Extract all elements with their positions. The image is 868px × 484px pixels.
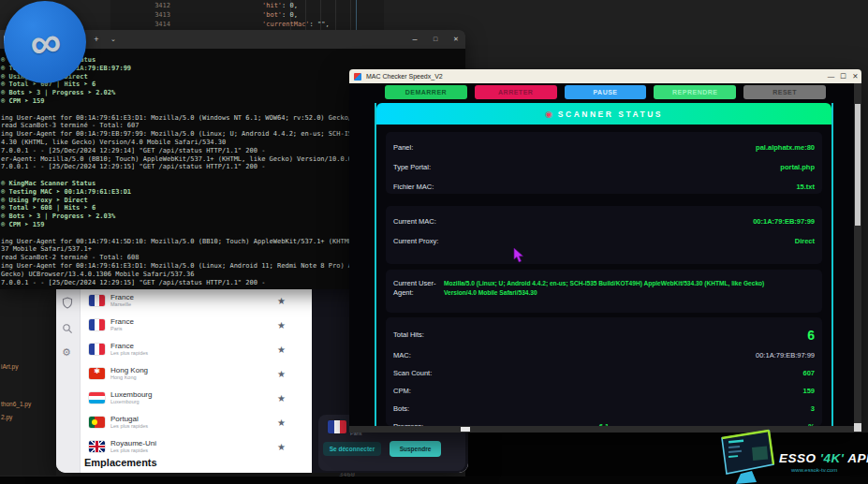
suspend-button[interactable]: Suspendre xyxy=(390,441,441,457)
server-row[interactable]: LuxembourgLuxembourg ★ xyxy=(81,386,312,410)
favorite-star-icon[interactable]: ★ xyxy=(277,393,286,403)
portal-value: portal.php xyxy=(780,163,815,171)
current-proxy-value: Direct xyxy=(795,237,815,245)
server-row[interactable]: PortugalLes plus rapides ★ xyxy=(81,410,312,434)
favorite-star-icon[interactable]: ★ xyxy=(277,345,286,355)
mac-titlebar: MAC Checker Speedx_V2 — ☐ ✕ xyxy=(349,69,861,83)
gear-icon[interactable]: ⚙ xyxy=(62,346,71,359)
total-hits-value: 6 xyxy=(807,328,815,343)
locations-heading: Emplacements xyxy=(84,457,157,468)
flag-france-icon xyxy=(89,344,105,355)
window-title: MAC Checker Speedx_V2 xyxy=(366,73,825,80)
favorite-star-icon[interactable]: ★ xyxy=(277,296,286,306)
server-row[interactable]: Royaume-UniLes plus rapides ★ xyxy=(81,434,312,459)
favorite-star-icon[interactable]: ★ xyxy=(277,442,286,452)
vpn-server-list: FranceMarseille ★ FranceParis ★ FranceLe… xyxy=(81,281,312,473)
brand-logo: ∞ xyxy=(4,1,86,83)
pause-button[interactable]: PAUSE xyxy=(565,85,647,99)
flag-luxembourg-icon xyxy=(89,392,105,403)
user-agent-box: Current User-Agent: Mozilla/5.0 (Linux; … xyxy=(386,270,822,313)
infinity-icon: ∞ xyxy=(26,15,64,69)
mac-value: 00:1A:79:EB:97:99 xyxy=(756,351,815,359)
chevron-down-icon[interactable]: ⌄ xyxy=(107,30,120,49)
code-line: 3413 'bot': 0, xyxy=(110,10,384,20)
scrollbar-thumb[interactable] xyxy=(461,427,470,432)
code-line: 3414 'currentMac': "", xyxy=(110,20,384,29)
close-button[interactable]: ✕ xyxy=(449,30,463,49)
search-icon[interactable] xyxy=(62,323,73,334)
config-box: Panel:pal.alphatx.me:80 Type Portal:port… xyxy=(386,132,822,194)
server-row[interactable]: FranceParis ★ xyxy=(81,313,312,337)
scrollbar-thumb[interactable] xyxy=(855,104,861,226)
new-tab-button[interactable]: + xyxy=(90,30,103,49)
cpm-value: 159 xyxy=(802,387,815,395)
maximize-button[interactable]: ☐ xyxy=(837,72,849,81)
flag-france-icon xyxy=(89,295,105,306)
file-name-fragment: 2.py xyxy=(1,414,12,420)
server-row[interactable]: Hong KongHong Kong ★ xyxy=(81,361,312,386)
desktop: 3412 'hit': 0, 3413 'bot': 0, 3414 'curr… xyxy=(0,0,868,484)
flag-hongkong-icon xyxy=(89,368,105,379)
mouse-cursor xyxy=(513,247,525,264)
monitor-icon xyxy=(714,427,780,484)
minimize-button[interactable]: – xyxy=(408,30,421,49)
close-button[interactable]: ✕ xyxy=(849,72,861,81)
favorite-star-icon[interactable]: ★ xyxy=(277,320,286,330)
flag-france-icon xyxy=(328,420,346,433)
server-row[interactable]: FranceMarseille ★ xyxy=(81,288,312,313)
flag-france-icon xyxy=(89,319,105,330)
scanner-status-header: ◉ SCANNER STATUS xyxy=(376,103,831,125)
mac-checker-window: MAC Checker Speedx_V2 — ☐ ✕ DEMARRER ARR… xyxy=(349,69,861,433)
favorite-star-icon[interactable]: ★ xyxy=(277,418,286,428)
file-name-fragment: thon6_1.py xyxy=(1,401,31,407)
reset-button[interactable]: RESET xyxy=(743,85,826,99)
file-name-fragment: iArt.py xyxy=(1,363,18,370)
flag-uk-icon xyxy=(89,441,105,452)
stats-box: Total Hits:6 MAC:00:1A:79:EB:97:99 Scan … xyxy=(386,317,822,426)
mac-file-value: 15.txt xyxy=(796,183,815,191)
panel-value: pal.alphatx.me:80 xyxy=(756,143,815,152)
resume-button[interactable]: REPRENDRE xyxy=(654,85,736,99)
control-buttons-row: DEMARRER ARRETER PAUSE REPRENDRE RESET xyxy=(385,85,826,99)
vertical-scrollbar[interactable] xyxy=(854,83,861,433)
esso-branding: ESSO '4K' APPS www.essok-tv.com xyxy=(707,421,868,484)
code-line: 3412 'hit': 0, xyxy=(110,1,384,10)
flag-portugal-icon xyxy=(89,417,105,428)
current-mac-value: 00:1A:79:EB:97:99 xyxy=(753,217,815,226)
current-box: Current MAC:00:1A:79:EB:97:99 Current Pr… xyxy=(386,206,822,264)
esso-title: ESSO '4K' APPS xyxy=(779,451,868,465)
window-icon xyxy=(354,73,361,81)
esso-url: www.essok-tv.com xyxy=(791,467,837,473)
user-agent-value: Mozilla/5.0 (Linux; U; Android 4.4.2; en… xyxy=(444,279,815,298)
file-explorer-fragment: iArt.py thon6_1.py 2.py xyxy=(0,281,56,476)
code-editor-strip: 3412 'hit': 0, 3413 'bot': 0, 3414 'curr… xyxy=(110,0,384,30)
vpn-sidebar: ⚙ xyxy=(56,281,81,473)
bots-value: 3 xyxy=(811,404,815,413)
maximize-button[interactable]: □ xyxy=(429,30,442,49)
favorite-star-icon[interactable]: ★ xyxy=(277,369,286,379)
minimize-button[interactable]: — xyxy=(825,72,837,81)
server-row[interactable]: FranceLes plus rapides ★ xyxy=(81,337,312,361)
shield-icon[interactable] xyxy=(62,297,73,309)
stop-button[interactable]: ARRETER xyxy=(475,85,557,99)
target-icon: ◉ xyxy=(545,110,552,119)
start-button[interactable]: DEMARRER xyxy=(385,85,467,99)
scanner-status-panel: ◉ SCANNER STATUS Panel:pal.alphatx.me:80… xyxy=(375,103,833,426)
scan-count-value: 607 xyxy=(802,369,815,377)
disconnect-button[interactable]: Se déconnecter xyxy=(323,442,381,456)
